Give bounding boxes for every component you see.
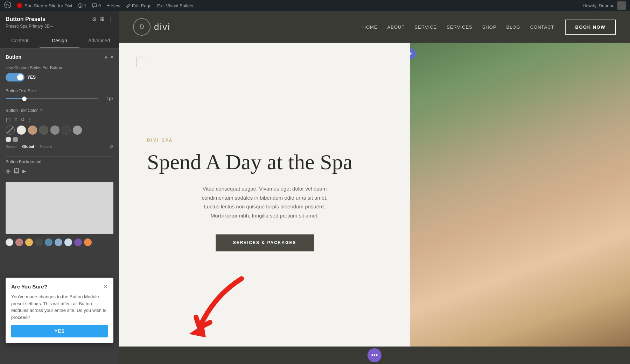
extra-swatches bbox=[6, 137, 113, 142]
color-swatch-2[interactable] bbox=[28, 126, 37, 135]
panel-tabs: Content Design Advanced bbox=[0, 34, 119, 49]
color-swatch-3[interactable] bbox=[39, 126, 48, 135]
nav-services[interactable]: SERVICES bbox=[447, 24, 472, 30]
dot-4[interactable] bbox=[35, 238, 43, 246]
panel-header-icons: ⊙ ⊞ ⋮ bbox=[92, 16, 113, 22]
dot-3[interactable] bbox=[25, 238, 33, 246]
swatch-sm-1[interactable] bbox=[6, 137, 11, 142]
text-size-slider-track[interactable] bbox=[6, 98, 98, 99]
color-upload-icon[interactable]: ⇑ bbox=[14, 117, 18, 122]
hero-corner-decoration bbox=[136, 57, 147, 67]
color-swatch-4[interactable] bbox=[50, 126, 59, 135]
wp-logo-icon[interactable]: W bbox=[4, 1, 11, 10]
hero-cta-button[interactable]: SERVICES & PACKAGES bbox=[216, 234, 314, 251]
edit-page-button[interactable]: Edit Page bbox=[126, 3, 152, 8]
nav-blog[interactable]: BLOG bbox=[506, 24, 520, 30]
panel-settings-icon[interactable]: ⊙ bbox=[92, 16, 97, 22]
toggle-label: YES bbox=[27, 75, 36, 80]
dot-9[interactable] bbox=[84, 238, 92, 246]
color-swatch-5[interactable] bbox=[62, 126, 71, 135]
color-saved-label[interactable]: Saved bbox=[6, 144, 16, 149]
site-nav-links: HOME ABOUT SERVICE SERVICES SHOP BLOG CO… bbox=[363, 24, 554, 30]
section-collapse-icon[interactable]: ∧ bbox=[104, 54, 108, 60]
color-global-label[interactable]: Global bbox=[22, 144, 34, 149]
confirm-dialog: Are You Sure? ✕ You've made changes to t… bbox=[6, 278, 113, 343]
nav-about[interactable]: ABOUT bbox=[387, 24, 405, 30]
bg-gradient-icon[interactable]: ◈ bbox=[6, 167, 10, 175]
bg-controls: ◈ 🖼 ▶ bbox=[6, 167, 113, 175]
bg-image-icon[interactable]: 🖼 bbox=[13, 167, 20, 175]
swatch-sm-2[interactable] bbox=[13, 137, 18, 142]
nav-home[interactable]: HOME bbox=[363, 24, 378, 30]
exit-builder-button[interactable]: Exit Visual Builder bbox=[157, 3, 194, 8]
dot-8[interactable] bbox=[74, 238, 82, 246]
confirm-yes-button[interactable]: Yes bbox=[11, 325, 108, 337]
dot-2[interactable] bbox=[15, 238, 23, 246]
revision-indicator[interactable]: 1 bbox=[78, 3, 86, 8]
color-swatch-transparent[interactable] bbox=[6, 126, 15, 135]
color-picker-icon[interactable]: ◻ bbox=[6, 116, 11, 123]
dot-6[interactable] bbox=[55, 238, 62, 246]
nav-service[interactable]: SERVICE bbox=[414, 24, 437, 30]
text-size-label: Button Text Size bbox=[6, 88, 113, 93]
user-avatar[interactable] bbox=[617, 1, 626, 10]
logo-icon: D bbox=[133, 18, 150, 36]
color-swatch-6[interactable] bbox=[73, 126, 82, 135]
custom-styles-toggle[interactable] bbox=[6, 73, 24, 81]
toggle-knob bbox=[17, 74, 23, 80]
panel-columns-icon[interactable]: ⊞ bbox=[100, 16, 105, 22]
panel-title-text: Button Presets bbox=[6, 16, 46, 22]
custom-styles-toggle-wrap: YES bbox=[6, 73, 113, 81]
hero-title: Spend A Day at the Spa bbox=[147, 150, 382, 174]
bg-label: Button Background bbox=[6, 159, 113, 164]
button-section-header: Button ∧ × bbox=[6, 54, 113, 60]
color-reset-icon[interactable]: ↺ bbox=[21, 117, 25, 122]
bg-field: Button Background ◈ 🖼 ▶ bbox=[6, 159, 113, 175]
tab-design[interactable]: Design bbox=[40, 34, 79, 48]
section-close-icon[interactable]: × bbox=[111, 54, 113, 60]
more-options-button[interactable]: ••• bbox=[368, 348, 382, 362]
logo-text: divi bbox=[154, 22, 170, 33]
text-color-label: Button Text Color ? bbox=[6, 108, 113, 113]
hero-content: DIVI SPA Spend A Day at the Spa Vitae co… bbox=[119, 43, 410, 347]
book-now-button[interactable]: BOOK NOW bbox=[565, 20, 616, 35]
dot-5[interactable] bbox=[45, 238, 52, 246]
panel-more-icon[interactable]: ⋮ bbox=[108, 16, 113, 22]
color-meta-reset-icon[interactable]: ↺ bbox=[109, 144, 113, 149]
text-size-slider-wrap: 1px bbox=[6, 96, 113, 101]
tab-advanced[interactable]: Advanced bbox=[79, 34, 119, 48]
tab-content[interactable]: Content bbox=[0, 34, 40, 48]
color-dots-row bbox=[6, 238, 113, 246]
panel-preset-selector[interactable]: Preset: Spa Primary 3D ▾ bbox=[6, 24, 113, 29]
nav-shop[interactable]: SHOP bbox=[482, 24, 497, 30]
text-color-field: Button Text Color ? ◻ ⇑ ↺ ⋮ bbox=[6, 108, 113, 149]
text-color-swatches bbox=[6, 126, 113, 135]
new-item-button[interactable]: + New bbox=[106, 2, 120, 9]
dot-1[interactable] bbox=[6, 238, 13, 246]
site-name-text[interactable]: Spa Starter Site for Divi bbox=[24, 3, 72, 8]
preview-footer: ••• bbox=[119, 347, 630, 364]
confirm-title: Are You Sure? bbox=[11, 284, 47, 290]
help-icon[interactable]: ? bbox=[40, 108, 42, 113]
text-size-value: 1px bbox=[101, 96, 113, 101]
site-favicon bbox=[17, 3, 22, 8]
dot-7[interactable] bbox=[64, 238, 72, 246]
admin-bar: W Spa Starter Site for Divi 1 0 + New Ed… bbox=[0, 0, 630, 11]
slider-thumb[interactable] bbox=[22, 97, 27, 101]
bg-video-icon[interactable]: ▶ bbox=[22, 168, 26, 174]
slider-fill bbox=[6, 98, 24, 99]
comments-indicator[interactable]: 0 bbox=[92, 3, 101, 8]
color-recent-label[interactable]: Recent bbox=[40, 144, 52, 149]
site-name: Spa Starter Site for Divi bbox=[17, 3, 72, 8]
text-color-controls: ◻ ⇑ ↺ ⋮ bbox=[6, 116, 113, 123]
confirm-close-button[interactable]: ✕ bbox=[103, 283, 108, 290]
color-more-icon[interactable]: ⋮ bbox=[28, 117, 32, 122]
site-navigation: D divi HOME ABOUT SERVICE SERVICES SHOP … bbox=[119, 11, 630, 43]
color-swatch-1[interactable] bbox=[17, 126, 26, 135]
panel-header: Button Presets ⊙ ⊞ ⋮ Preset: Spa Primary… bbox=[0, 11, 119, 34]
confirm-message: You've made changes to the Button Module… bbox=[11, 293, 108, 321]
button-preview-box bbox=[6, 182, 113, 234]
chevron-down-icon: ▾ bbox=[51, 24, 53, 28]
nav-contact[interactable]: CONTACT bbox=[530, 24, 554, 30]
svg-point-2 bbox=[18, 4, 21, 7]
